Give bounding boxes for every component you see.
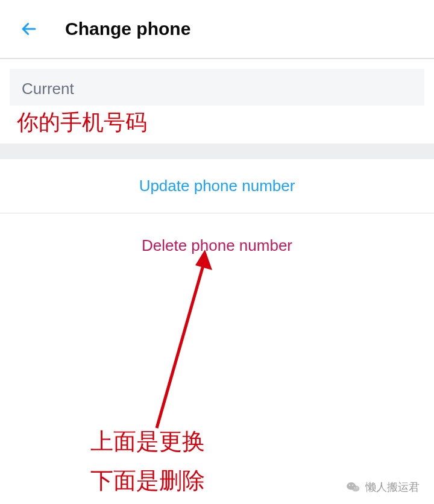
svg-point-4 — [349, 485, 350, 486]
svg-point-3 — [352, 486, 360, 492]
section-divider — [0, 143, 434, 159]
svg-point-5 — [352, 485, 353, 486]
header: Change phone — [0, 0, 434, 59]
svg-point-6 — [354, 487, 355, 488]
svg-line-0 — [157, 259, 205, 428]
back-button[interactable] — [17, 17, 41, 41]
current-label: Current — [22, 80, 412, 98]
watermark: 懒人搬运君 — [346, 480, 420, 494]
annotation-line2: 下面是删除 — [90, 461, 205, 500]
annotation-arrow — [96, 247, 217, 434]
wechat-icon — [346, 481, 360, 493]
watermark-text: 懒人搬运君 — [365, 480, 420, 494]
annotation-line1: 上面是更换 — [90, 422, 205, 461]
arrow-left-icon — [19, 19, 39, 39]
update-phone-button[interactable]: Update phone number — [0, 159, 434, 213]
delete-phone-label: Delete phone number — [142, 236, 292, 255]
bottom-annotation: 上面是更换 下面是删除 — [90, 422, 205, 500]
phone-value-annotation: 你的手机号码 — [0, 106, 434, 137]
page-title: Change phone — [65, 19, 190, 39]
current-phone-section: Current — [10, 69, 424, 106]
svg-point-7 — [356, 487, 357, 488]
update-phone-label: Update phone number — [139, 177, 295, 195]
delete-phone-button[interactable]: Delete phone number — [0, 218, 434, 272]
